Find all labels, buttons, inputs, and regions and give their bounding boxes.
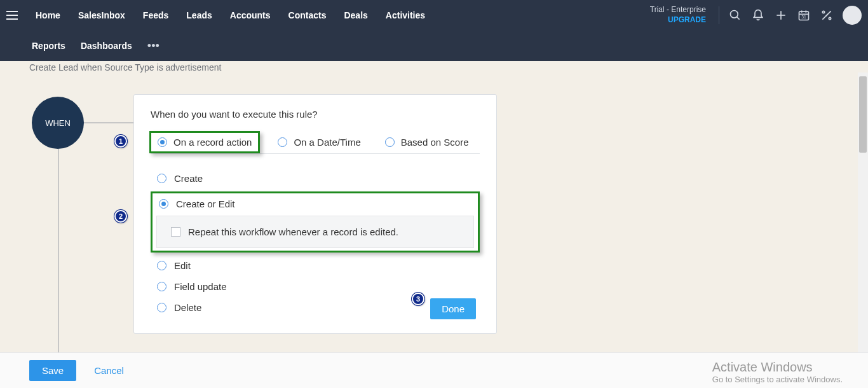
nav-row-2: Reports Dashboards ••• (0, 31, 868, 61)
svg-point-0 (731, 11, 738, 18)
tools-icon[interactable] (820, 8, 834, 22)
scrollbar[interactable] (858, 73, 868, 357)
action-list: Create Create or Edit Repeat this workfl… (151, 168, 480, 318)
highlight-2: Create or Edit Repeat this workflow when… (151, 191, 480, 253)
nav-reports[interactable]: Reports (24, 31, 73, 61)
highlight-1: On a record action (149, 131, 260, 153)
radio-icon (278, 137, 287, 147)
trial-label: Trial - Enterprise (650, 5, 706, 15)
repeat-label: Repeat this workflow whenever a record i… (188, 226, 398, 237)
nav-dashboards[interactable]: Dashboards (73, 31, 140, 61)
bell-icon[interactable] (751, 8, 765, 22)
save-button[interactable]: Save (29, 360, 76, 381)
trial-block: Trial - Enterprise UPGRADE (650, 5, 710, 25)
topbar: Home SalesInbox Feeds Leads Accounts Con… (0, 0, 868, 61)
rule-panel: When do you want to execute this rule? O… (133, 94, 497, 334)
footer-bar: Save Cancel Activate Windows Go to Setti… (0, 352, 868, 388)
trigger-label: On a Date/Time (294, 137, 360, 148)
svg-text:31: 31 (801, 15, 806, 19)
svg-point-10 (829, 17, 831, 19)
calendar-icon[interactable]: 31 (797, 8, 811, 22)
action-create[interactable]: Create (151, 168, 480, 189)
search-icon[interactable] (728, 8, 742, 22)
nav-contacts[interactable]: Contacts (280, 0, 336, 31)
when-node: WHEN (32, 97, 84, 149)
nav-salesinbox[interactable]: SalesInbox (69, 0, 134, 31)
nav-feeds[interactable]: Feeds (134, 0, 177, 31)
done-button[interactable]: Done (430, 298, 476, 319)
connector-vertical (58, 149, 59, 365)
svg-line-1 (737, 17, 740, 20)
radio-icon (158, 137, 167, 147)
panel-title: When do you want to execute this rule? (151, 109, 480, 120)
nav-activities[interactable]: Activities (377, 0, 434, 31)
action-label: Create (174, 173, 203, 184)
nav-left: Home SalesInbox Feeds Leads Accounts Con… (6, 0, 434, 31)
radio-icon (157, 303, 166, 312)
step-badge-2: 2 (114, 210, 127, 223)
action-edit[interactable]: Edit (151, 255, 480, 276)
more-icon[interactable]: ••• (140, 39, 167, 53)
upgrade-link[interactable]: UPGRADE (650, 15, 706, 25)
checkbox-icon[interactable] (171, 227, 180, 237)
watermark-subtitle: Go to Settings to activate Windows. (712, 375, 843, 384)
trigger-label: On a record action (173, 137, 252, 148)
trigger-row: On a record action On a Date/Time Based … (151, 131, 480, 154)
nav-accounts[interactable]: Accounts (221, 0, 280, 31)
action-label: Field update (174, 281, 227, 292)
windows-watermark: Activate Windows Go to Settings to activ… (712, 360, 843, 384)
radio-icon (157, 282, 166, 291)
content-area: WHEN When do you want to execute this ru… (0, 73, 868, 357)
scroll-thumb[interactable] (859, 76, 867, 153)
radio-icon (157, 174, 166, 183)
separator (719, 6, 719, 24)
menu-icon[interactable] (6, 11, 18, 20)
radio-icon (157, 261, 166, 270)
trigger-label: Based on Score (401, 137, 469, 148)
radio-icon (159, 199, 168, 209)
watermark-title: Activate Windows (712, 360, 843, 375)
cancel-link[interactable]: Cancel (94, 365, 124, 376)
trigger-record-action[interactable]: On a record action (158, 137, 252, 148)
connector-horizontal (84, 122, 133, 123)
step-badge-3: 3 (412, 293, 424, 305)
nav-deals[interactable]: Deals (335, 0, 376, 31)
svg-point-9 (822, 11, 824, 13)
step-badge-1: 1 (114, 135, 127, 148)
nav-row-1: Home SalesInbox Feeds Leads Accounts Con… (0, 0, 868, 31)
radio-icon (385, 137, 395, 147)
nav-home[interactable]: Home (27, 0, 69, 31)
action-create-or-edit[interactable]: Create or Edit (156, 196, 474, 214)
action-label: Edit (174, 260, 191, 271)
trigger-score[interactable]: Based on Score (385, 137, 469, 148)
trigger-date-time[interactable]: On a Date/Time (278, 137, 360, 148)
nav-right: Trial - Enterprise UPGRADE 31 (650, 5, 862, 25)
plus-icon[interactable] (774, 8, 788, 22)
avatar[interactable] (843, 6, 862, 25)
action-field-update[interactable]: Field update (151, 276, 480, 297)
action-label: Create or Edit (176, 198, 235, 209)
action-label: Delete (174, 302, 201, 313)
nav-leads[interactable]: Leads (177, 0, 220, 31)
repeat-row[interactable]: Repeat this workflow whenever a record i… (156, 216, 474, 248)
rule-subtitle: Create Lead when Source Type is advertis… (0, 61, 868, 73)
